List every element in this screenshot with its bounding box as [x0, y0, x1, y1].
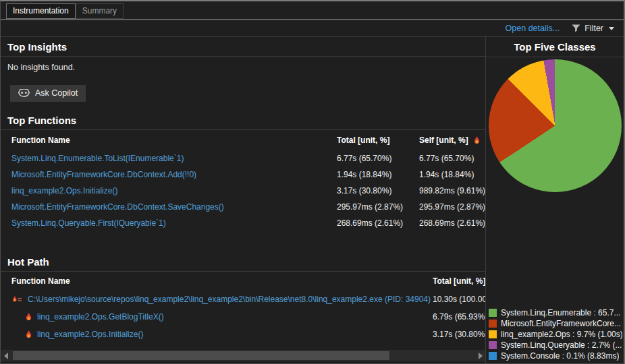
scrollbar-thumb[interactable]: [13, 351, 389, 360]
profiler-window: Instrumentation Summary Open details... …: [0, 0, 625, 364]
flame-icon: [25, 313, 32, 322]
function-name-link[interactable]: linq_example2.Ops.Initialize(): [37, 330, 143, 339]
table-row[interactable]: Microsoft.EntityFrameworkCore.DbContext.…: [1, 199, 485, 215]
legend-item: System.Console : 0.1% (8.83ms): [489, 351, 622, 361]
top-insights-title: Top Insights: [1, 37, 485, 57]
pie-chart: [489, 59, 622, 192]
column-header-self[interactable]: Self [unit, %]: [419, 130, 485, 150]
self-value: 6.77s (65.70%): [419, 150, 485, 166]
function-name-link[interactable]: C:\Users\mikejo\source\repos\linq_exampl…: [28, 295, 431, 304]
scroll-right-arrow[interactable]: [475, 350, 486, 361]
hot-path-title: Hot Path: [1, 252, 485, 272]
column-header-function-name[interactable]: Function Name: [1, 272, 433, 291]
function-name-link[interactable]: Microsoft.EntityFrameworkCore.DbContext.…: [11, 202, 224, 212]
toolbar: Open details... Filter: [1, 20, 624, 37]
table-row[interactable]: linq_example2.Ops.GetBlogTitleX() 6.79s …: [1, 308, 485, 326]
chevron-down-icon: [609, 27, 614, 30]
column-header-total[interactable]: Total [unit, %]: [337, 130, 419, 150]
top-classes-panel: Top Five Classes System.Linq.Enumerable …: [486, 37, 624, 364]
legend-label: System.Linq.Queryable : 2.7% (...: [501, 340, 622, 350]
total-value: 3.17s (30.80%): [337, 183, 419, 199]
scrollbar-track[interactable]: [11, 350, 475, 361]
total-value: 295.97ms (2.87%): [337, 199, 419, 215]
flame-icon: [473, 136, 481, 145]
self-value: 1.94s (18.84%): [419, 166, 485, 183]
total-value: 268.69ms (2.61%): [337, 215, 419, 231]
legend-label: System.Console : 0.1% (8.83ms): [501, 351, 619, 361]
function-name-link[interactable]: linq_example2.Ops.GetBlogTitleX(): [37, 312, 164, 322]
total-value: 10.30s (100.00%): [433, 291, 485, 308]
top-functions-title: Top Functions: [1, 111, 485, 130]
self-value: 295.97ms (2.87%): [419, 199, 485, 215]
column-header-self-label: Self [unit, %]: [419, 135, 468, 145]
legend-swatch: [489, 309, 497, 317]
function-name-link[interactable]: linq_example2.Ops.Initialize(): [11, 186, 117, 195]
open-details-link[interactable]: Open details...: [506, 24, 560, 33]
hot-path-root-icon: [11, 295, 23, 304]
tab-summary[interactable]: Summary: [76, 3, 124, 19]
scroll-left-arrow[interactable]: [1, 350, 11, 361]
legend-swatch: [489, 330, 497, 338]
no-insights-message: No insights found.: [7, 63, 485, 72]
function-name-link[interactable]: System.Linq.Enumerable.ToList(IEnumerabl…: [11, 154, 184, 163]
tab-strip: Instrumentation Summary: [1, 1, 624, 19]
pie-legend: System.Linq.Enumerable : 65.7... Microso…: [486, 307, 624, 364]
legend-label: Microsoft.EntityFrameworkCore...: [501, 319, 621, 328]
details-panel: Top Insights No insights found. Ask Copi…: [1, 37, 486, 364]
function-name-link[interactable]: Microsoft.EntityFrameworkCore.DbContext.…: [11, 170, 196, 179]
legend-item: linq_example2.Ops : 9.7% (1.00s): [489, 329, 622, 340]
table-row[interactable]: System.Linq.Queryable.First(IQueryable`1…: [1, 215, 485, 231]
column-header-function-name[interactable]: Function Name: [1, 130, 337, 150]
filter-funnel-icon: [572, 24, 580, 32]
legend-label: linq_example2.Ops : 9.7% (1.00s): [501, 330, 622, 339]
column-header-total[interactable]: Total [unit, %]: [433, 272, 485, 291]
filter-button[interactable]: Filter: [569, 22, 617, 34]
legend-swatch: [489, 341, 497, 349]
total-value: 3.17s (30.80%): [433, 326, 485, 343]
table-row[interactable]: System.Linq.Enumerable.ToList(IEnumerabl…: [1, 150, 485, 166]
top-functions-header-row: Function Name Total [unit, %] Self [unit…: [1, 130, 485, 150]
horizontal-scrollbar[interactable]: [1, 350, 486, 361]
tab-instrumentation[interactable]: Instrumentation: [6, 3, 76, 19]
self-value: 268.69ms (2.61%): [419, 215, 485, 231]
ask-copilot-label: Ask Copilot: [35, 88, 78, 98]
table-row[interactable]: C:\Users\mikejo\source\repos\linq_exampl…: [1, 291, 485, 308]
total-value: 1.94s (18.84%): [337, 166, 419, 183]
copilot-icon: [18, 89, 30, 98]
self-value: 989.82ms (9.61%): [419, 183, 485, 199]
table-row[interactable]: linq_example2.Ops.Initialize() 3.17s (30…: [1, 326, 485, 343]
total-value: 6.79s (65.93%): [433, 308, 485, 326]
legend-item: Microsoft.EntityFrameworkCore...: [489, 318, 622, 329]
total-value: 6.77s (65.70%): [337, 150, 419, 166]
legend-label: System.Linq.Enumerable : 65.7...: [501, 308, 620, 317]
ask-copilot-button[interactable]: Ask Copilot: [10, 85, 86, 102]
hot-path-header-row: Function Name Total [unit, %]: [1, 272, 485, 291]
legend-item: System.Linq.Queryable : 2.7% (...: [489, 340, 622, 351]
top-five-classes-title: Top Five Classes: [486, 37, 624, 57]
legend-swatch: [489, 352, 497, 360]
legend-swatch: [489, 320, 497, 328]
function-name-link[interactable]: System.Linq.Queryable.First(IQueryable`1…: [11, 218, 166, 228]
legend-item: System.Linq.Enumerable : 65.7...: [489, 307, 622, 318]
flame-icon: [25, 330, 32, 339]
filter-label: Filter: [585, 24, 603, 33]
table-row[interactable]: Microsoft.EntityFrameworkCore.DbContext.…: [1, 166, 485, 183]
table-row[interactable]: linq_example2.Ops.Initialize() 3.17s (30…: [1, 183, 485, 199]
